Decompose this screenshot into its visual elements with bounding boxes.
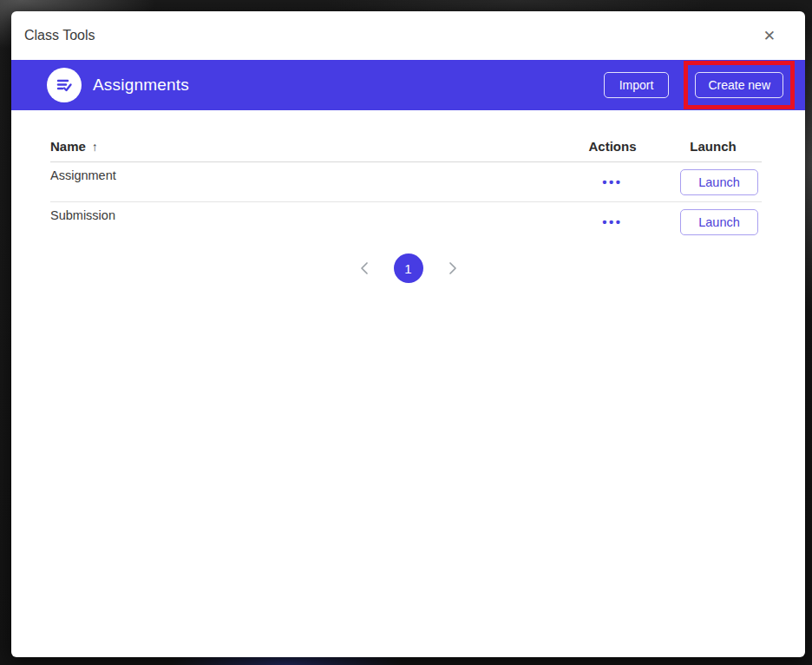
sort-ascending-icon: ↑ (92, 140, 98, 154)
table-header-row: Name ↑ Actions Launch (50, 139, 762, 162)
row-actions-ellipsis-icon[interactable]: ••• (602, 215, 622, 228)
create-new-button[interactable]: Create new (695, 72, 783, 98)
row-actions-ellipsis-icon[interactable]: ••• (602, 175, 622, 188)
dialog-title: Class Tools (24, 28, 95, 43)
assignments-table: Name ↑ Actions Launch Assignment ••• Lau… (50, 139, 762, 242)
close-icon[interactable]: ✕ (760, 25, 779, 47)
row-name-label: Assignment (50, 162, 560, 182)
red-annotation-highlight: Create new (684, 61, 795, 109)
assignments-toolbar: Assignments Import Create new (11, 60, 805, 110)
table-row: Assignment ••• Launch (50, 162, 762, 202)
import-button[interactable]: Import (604, 72, 670, 98)
pagination: 1 (11, 253, 805, 283)
chevron-left-icon[interactable] (357, 259, 371, 278)
name-header-label: Name (50, 139, 86, 154)
page-title: Assignments (93, 76, 189, 95)
class-tools-dialog: Class Tools ✕ Assignments Import Create … (11, 11, 805, 657)
row-name-label: Submission (50, 202, 560, 222)
task-list-check-icon (47, 68, 82, 102)
column-header-name[interactable]: Name ↑ (50, 139, 560, 154)
page-number-button[interactable]: 1 (394, 253, 423, 283)
table-row: Submission ••• Launch (50, 202, 762, 242)
chevron-right-icon[interactable] (446, 259, 460, 278)
column-header-actions: Actions (560, 139, 665, 154)
row-launch-button[interactable]: Launch (680, 169, 758, 195)
column-header-launch: Launch (665, 139, 762, 154)
row-launch-button[interactable]: Launch (680, 209, 758, 235)
dialog-titlebar: Class Tools ✕ (11, 11, 805, 60)
